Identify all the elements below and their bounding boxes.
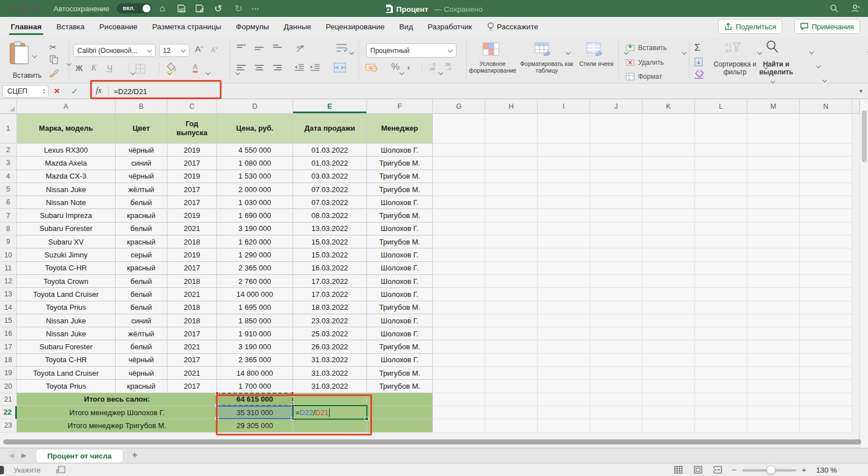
cell-M5[interactable] (747, 183, 800, 196)
cell-B5[interactable]: жёлтый (116, 183, 167, 196)
delete-cells-icon[interactable] (626, 58, 635, 67)
cell-N3[interactable] (800, 157, 852, 170)
accounting-format-icon[interactable]: ¤ (365, 63, 378, 72)
cell-G8[interactable] (433, 223, 485, 235)
cell-F5[interactable]: Тригубов М. (367, 183, 433, 196)
cell-B17[interactable]: белый (116, 341, 167, 354)
increase-indent-icon[interactable] (310, 64, 320, 72)
cell-J20[interactable] (590, 380, 643, 393)
cell-C10[interactable]: 2019 (167, 248, 217, 261)
cell-M14[interactable] (747, 301, 800, 314)
row-header-11[interactable]: 11 (0, 262, 17, 275)
cell-C1[interactable]: Год выпуска (167, 114, 217, 144)
cell-A2[interactable]: Lexus RX300 (17, 144, 116, 157)
cell-E12[interactable]: 17.03.2022 (293, 275, 367, 288)
cell-J18[interactable] (590, 354, 643, 367)
cell-N8[interactable] (800, 223, 852, 235)
cell-D3[interactable]: 1 080 000 (217, 157, 293, 170)
cell-J16[interactable] (590, 327, 643, 340)
clear-chevron-icon[interactable] (823, 78, 827, 82)
cell-L12[interactable] (695, 275, 747, 288)
cell-M9[interactable] (747, 235, 800, 248)
cell-D2[interactable]: 4 550 000 (217, 144, 293, 157)
cell-J4[interactable] (590, 170, 643, 183)
page-break-view-icon[interactable] (714, 466, 722, 474)
cell-E1[interactable]: Дата продажи (293, 114, 367, 144)
cell-H15[interactable] (485, 314, 538, 327)
cell-F13[interactable]: Шолохов Г. (367, 288, 433, 301)
cell-K2[interactable] (643, 144, 695, 157)
cell-B7[interactable]: красный (116, 210, 167, 223)
cell-H20[interactable] (485, 380, 538, 393)
vertical-scrollbar-thumb[interactable] (862, 110, 867, 162)
row-header-18[interactable]: 18 (0, 354, 17, 367)
cell-C14[interactable]: 2018 (167, 301, 217, 314)
row-header-22[interactable]: 22 (0, 406, 17, 419)
cell-I16[interactable] (538, 327, 590, 340)
row-header-23[interactable]: 23 (0, 419, 17, 432)
increase-decimal-icon[interactable]: ←0,00 (428, 63, 435, 72)
cell-I23[interactable] (538, 419, 590, 432)
cell-H11[interactable] (485, 262, 538, 275)
cell-E8[interactable]: 13.03.2022 (293, 223, 367, 235)
column-header-M[interactable]: M (747, 99, 800, 114)
cell-K15[interactable] (643, 314, 695, 327)
cell-I10[interactable] (538, 248, 590, 261)
row-header-8[interactable]: 8 (0, 223, 17, 235)
cell-D9[interactable]: 1 620 000 (217, 235, 293, 248)
orientation-icon[interactable]: ab (295, 43, 308, 54)
cell-M8[interactable] (747, 223, 800, 235)
cell-D19[interactable]: 14 800 000 (217, 367, 293, 380)
paste-chevron-icon[interactable] (33, 54, 37, 58)
cell-K3[interactable] (643, 157, 695, 170)
cell-styles-chevron-icon[interactable] (683, 51, 687, 55)
cell-N11[interactable] (800, 262, 852, 275)
font-size-select[interactable]: 12 (159, 44, 189, 57)
account-icon[interactable] (851, 0, 861, 17)
cell-K11[interactable] (643, 262, 695, 275)
cell-F19[interactable]: Тригубов М. (367, 367, 433, 380)
cell-C8[interactable]: 2021 (167, 223, 217, 235)
cell-G17[interactable] (433, 341, 485, 354)
cell-C15[interactable]: 2018 (167, 314, 217, 327)
cell-J1[interactable] (590, 114, 643, 144)
name-box-stepper-icon[interactable]: ▲▼ (42, 88, 46, 95)
cell-L6[interactable] (695, 196, 747, 209)
cell-N17[interactable] (800, 341, 852, 354)
orientation-chevron-icon[interactable] (350, 51, 354, 55)
column-header-H[interactable]: H (485, 99, 538, 114)
share-button[interactable]: Поделиться (718, 19, 782, 34)
cell-A13[interactable]: Toyota Land Cruiser (17, 288, 116, 301)
conditional-chevron-icon[interactable] (566, 51, 570, 55)
cell-F7[interactable]: Тригубов М. (367, 210, 433, 223)
horizontal-scrollbar-thumb[interactable] (3, 439, 861, 444)
row-header-2[interactable]: 2 (0, 144, 17, 157)
cell-H3[interactable] (485, 157, 538, 170)
row-header-15[interactable]: 15 (0, 314, 17, 327)
format-painter-icon[interactable] (50, 68, 59, 77)
copy-icon[interactable] (50, 55, 58, 64)
cell-E17[interactable]: 26.03.2022 (293, 341, 367, 354)
cell-D20[interactable]: 1 700 000 (217, 380, 293, 393)
cell-I19[interactable] (538, 367, 590, 380)
cell-K22[interactable] (643, 406, 695, 419)
cell-E11[interactable]: 16.03.2022 (293, 262, 367, 275)
cell-E4[interactable]: 03.03.2022 (293, 170, 367, 183)
cell-H4[interactable] (485, 170, 538, 183)
cell-L4[interactable] (695, 170, 747, 183)
document-status[interactable]: — Сохранено (434, 5, 482, 14)
column-header-N[interactable]: N (800, 99, 852, 114)
cell-A8[interactable]: Subaru Forester (17, 223, 116, 235)
cell-D14[interactable]: 1 695 000 (217, 301, 293, 314)
cell-A23[interactable]: Итого менеджер Тригубов М. (17, 419, 217, 432)
cell-G23[interactable] (433, 419, 485, 432)
row-header-4[interactable]: 4 (0, 170, 17, 183)
cell-G9[interactable] (433, 235, 485, 248)
cell-B14[interactable]: белый (116, 301, 167, 314)
cell-N15[interactable] (800, 314, 852, 327)
cell-L13[interactable] (695, 288, 747, 301)
cell-K13[interactable] (643, 288, 695, 301)
cell-N20[interactable] (800, 380, 852, 393)
cell-D10[interactable]: 1 290 000 (217, 248, 293, 261)
cell-B18[interactable]: чёрный (116, 354, 167, 367)
